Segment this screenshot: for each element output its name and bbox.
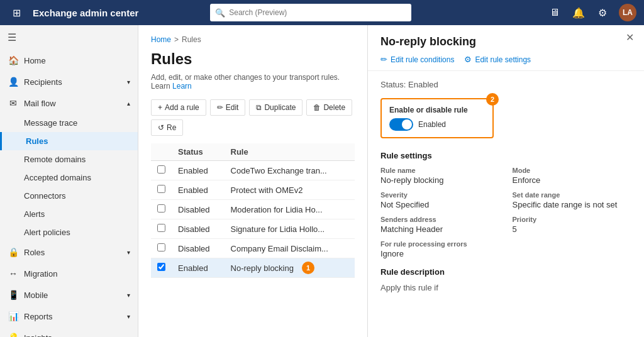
sidebar-item-alert-policies[interactable]: Alert policies [0,223,138,241]
table-header-checkbox [151,143,172,161]
row-rule: No-reply blocking [225,258,355,278]
setting-processing-errors: For rule processing errors Ignore [380,240,631,258]
edit-conditions-link[interactable]: ✏ Edit rule conditions [380,55,454,64]
row-rule: Signature for Lidia Hollo... [225,219,355,239]
refresh-icon: ↺ [158,123,164,132]
row-status: Disabled [172,219,225,239]
sidebar-item-label: Home [24,56,46,65]
enable-disable-box: Enable or disable rule Enabled 2 [380,98,494,138]
search-bar[interactable]: 🔍 [210,4,411,21]
side-panel: ✕ No-reply blocking ✏ Edit rule conditio… [367,25,644,337]
sidebar-item-migration[interactable]: ↔ Migration [0,263,138,284]
rule-settings-grid: Rule name No-reply blocking Mode Enforce… [380,167,631,258]
setting-rule-name: Rule name No-reply blocking [380,167,500,185]
sidebar-item-mobile[interactable]: 📱 Mobile ▾ [0,284,138,306]
edit-settings-link[interactable]: ⚙ Edit rule settings [464,55,531,64]
breadcrumb-home[interactable]: Home [151,35,171,44]
reports-icon: 📊 [8,311,19,321]
side-panel-actions: ✏ Edit rule conditions ⚙ Edit rule setti… [380,55,631,64]
row-status: Enabled [172,258,225,278]
table-header-rule: Rule [225,143,355,161]
delete-button[interactable]: 🗑 Delete [306,99,352,116]
sidebar-item-label: Alerts [24,209,45,219]
avatar[interactable]: LA [619,4,636,21]
row-status: Disabled [172,239,225,258]
rules-table: Status Rule Enabled CodeTwo Exchange tra… [151,143,355,278]
sidebar-item-label: Reports [24,312,53,321]
sidebar-item-label: Mobile [24,290,48,300]
toggle-row: Enabled [389,118,485,131]
sidebar-item-reports[interactable]: 📊 Reports ▾ [0,306,138,327]
sidebar-item-insights[interactable]: 💡 Insights [0,327,138,337]
top-navigation: ⊞ Exchange admin center 🔍 🖥 🔔 ⚙ LA [0,0,644,25]
sidebar-item-message-trace[interactable]: Message trace [0,114,138,132]
enable-disable-label: Enable or disable rule [389,106,485,114]
sidebar-hamburger[interactable]: ☰ [0,25,138,50]
migration-icon: ↔ [8,268,19,279]
waffle-icon[interactable]: ⊞ [8,4,25,21]
duplicate-button[interactable]: ⧉ Duplicate [249,99,303,116]
enable-toggle[interactable] [389,118,413,131]
sidebar-item-label: Insights [24,333,52,338]
sidebar-item-roles[interactable]: 🔒 Roles ▾ [0,241,138,263]
duplicate-icon: ⧉ [256,103,262,112]
gear-icon: ⚙ [464,55,472,64]
row-checkbox[interactable] [157,243,165,251]
top-nav-icons: 🖥 🔔 ⚙ LA [547,4,636,21]
mail-icon: ✉ [8,98,19,108]
breadcrumb-separator: > [174,35,179,44]
edit-button[interactable]: ✏ Edit [210,99,246,116]
settings-icon[interactable]: ⚙ [595,5,610,20]
page-description: Add, edit, or make other changes to your… [151,73,355,91]
row-status: Disabled [172,200,225,219]
sidebar-item-accepted-domains[interactable]: Accepted domains [0,168,138,187]
plus-icon: + [158,103,162,112]
row-badge-1: 1 [302,262,314,274]
table-row[interactable]: Enabled Protect with OMEv2 [151,180,355,200]
setting-severity: Severity Not Specified [380,191,500,209]
table-row[interactable]: Disabled Company Email Disclaim... [151,239,355,258]
rule-description-title: Rule description [380,267,631,277]
sidebar-item-recipients[interactable]: 👤 Recipients ▾ [0,71,138,92]
table-row[interactable]: Disabled Signature for Lidia Hollo... [151,219,355,239]
chevron-down-icon: ▾ [127,249,130,256]
sidebar-item-home[interactable]: 🏠 Home [0,50,138,71]
sidebar-item-connectors[interactable]: Connectors [0,187,138,205]
row-checkbox[interactable] [157,224,165,232]
row-checkbox[interactable] [157,165,165,174]
search-icon: 🔍 [215,8,225,18]
add-rule-button[interactable]: + Add a rule [151,99,206,116]
setting-date-range: Set date range Specific date range is no… [513,191,632,209]
badge-2: 2 [486,93,499,106]
row-rule: CodeTwo Exchange tran... [225,161,355,180]
sidebar-item-mailflow[interactable]: ✉ Mail flow ▴ [0,92,138,114]
monitor-icon[interactable]: 🖥 [547,5,562,20]
sidebar-item-remote-domains[interactable]: Remote domains [0,150,138,168]
sidebar-item-alerts[interactable]: Alerts [0,205,138,223]
sidebar-item-rules[interactable]: Rules [0,132,138,150]
table-row[interactable]: Enabled CodeTwo Exchange tran... [151,161,355,180]
sidebar-item-label: Remote domains [24,155,86,164]
status-row: Status: Enabled [380,80,631,89]
row-checkbox[interactable] [157,204,165,213]
refresh-button[interactable]: ↺ Re [151,119,183,136]
sidebar-item-label: Connectors [24,191,65,201]
sidebar: ☰ 🏠 Home 👤 Recipients ▾ ✉ Mail flow ▴ Me… [0,25,138,337]
row-status: Enabled [172,161,225,180]
table-row[interactable]: Disabled Moderation for Lidia Ho... [151,200,355,219]
table-row-selected[interactable]: Enabled No-reply blocking [151,258,355,278]
side-panel-title: No-reply blocking [380,35,631,48]
toggle-label: Enabled [418,120,446,129]
row-checkbox[interactable] [157,185,165,193]
search-input[interactable] [229,8,406,17]
learn-more-link[interactable]: Learn [172,82,192,91]
bell-icon[interactable]: 🔔 [571,5,586,20]
chevron-down-icon: ▾ [127,292,130,299]
close-button[interactable]: ✕ [626,33,634,43]
toolbar: + Add a rule ✏ Edit ⧉ Duplicate 🗑 Delete… [151,99,355,136]
chevron-down-icon: ▾ [127,79,130,86]
row-checkbox[interactable] [157,263,165,271]
side-panel-body: Status: Enabled Enable or disable rule E… [368,71,644,301]
recipients-icon: 👤 [8,77,19,87]
sidebar-item-label: Mail flow [24,99,56,108]
